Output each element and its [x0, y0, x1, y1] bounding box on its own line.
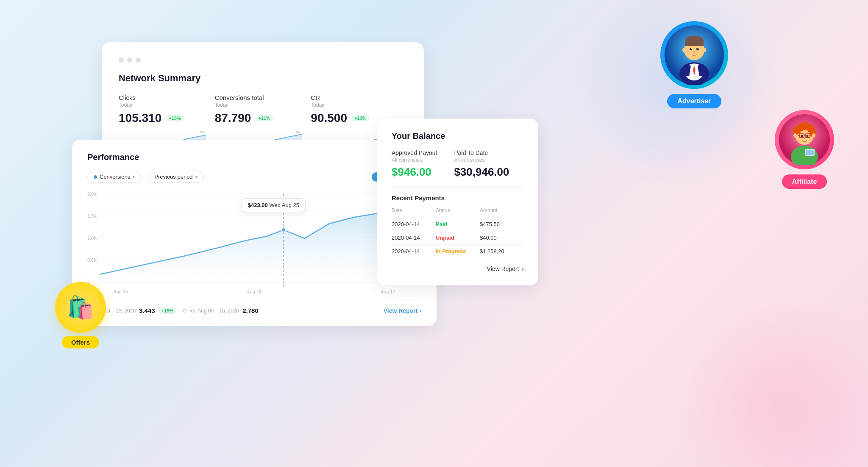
col-header-status: Status [436, 207, 480, 213]
approved-sub: All currencies [392, 157, 437, 163]
svg-text:2.0K: 2.0K [87, 191, 97, 196]
svg-text:Aug 15: Aug 15 [114, 289, 128, 294]
svg-point-34 [696, 48, 699, 50]
paid-sub: All currencies [454, 157, 509, 163]
svg-text:5K: 5K [200, 130, 204, 134]
offers-label: Offers [62, 336, 99, 348]
balance-card: Your Balance Approved Payout All currenc… [377, 119, 538, 285]
approved-payout-col: Approved Payout All currencies $946.00 [392, 149, 437, 179]
footer-prev-period: vs. Aug 09 – 15, 2020 [190, 308, 239, 314]
chart-footer: Aug 16 – 23, 2020 3.443 +15% vs. Aug 09 … [87, 301, 421, 314]
paid-label: Paid To Date [454, 149, 509, 156]
svg-point-33 [690, 48, 692, 50]
affiliate-avatar-section: Affiliate [775, 110, 834, 189]
svg-point-55 [801, 135, 803, 137]
advertiser-label: Advertiser [667, 94, 721, 108]
tooltip-amount: $423.00 [248, 202, 268, 208]
metric-conversions-badge: +11% [255, 115, 273, 122]
metric-cr-value: 90.500 [311, 111, 347, 125]
svg-rect-32 [685, 41, 704, 46]
svg-text:1.0K: 1.0K [87, 235, 97, 240]
metric-cr-sub: Today [311, 102, 398, 108]
balance-divider [392, 187, 524, 188]
footer-stat-prev: vs. Aug 09 – 15, 2020 2.780 [183, 307, 259, 314]
filter-previous-period-pill[interactable]: Previous period ▾ [148, 171, 203, 183]
chevron-right-icon: › [419, 307, 421, 314]
window-dot-2 [127, 58, 132, 63]
view-report-link[interactable]: View Report › [384, 307, 421, 314]
payment-date-2: 2020-04-14 [392, 235, 436, 241]
chevron-right-icon-balance: › [522, 265, 524, 273]
footer-prev-dot [183, 309, 186, 312]
metric-conversions-label: Conversions total [215, 94, 303, 101]
recent-payments-title: Recent Payments [392, 194, 524, 202]
payment-amount-3: $1 258.20 [480, 248, 524, 254]
svg-point-20 [281, 228, 286, 232]
view-report-text-balance: View Report [487, 265, 519, 272]
glow-pink-decoration [677, 298, 868, 467]
chevron-down-icon: ▾ [133, 174, 135, 179]
paid-amount: $30,946.00 [454, 166, 509, 179]
chart-tooltip: $423.00 Wed Aug 25 [242, 198, 306, 212]
affiliate-avatar-circle [775, 110, 834, 169]
conversions-dot [94, 175, 97, 179]
metric-clicks-sub: Today [119, 102, 206, 108]
balance-amounts-row: Approved Payout All currencies $946.00 P… [392, 149, 524, 179]
svg-rect-43 [806, 150, 814, 155]
svg-point-36 [698, 48, 698, 49]
offers-icon: 🛍️ [67, 295, 95, 321]
payment-date-3: 2020-04-14 [392, 248, 436, 254]
view-report-row[interactable]: View Report › [392, 265, 524, 273]
payments-table-header: Date Status Amount [392, 207, 524, 213]
network-title: Network Summary [119, 73, 407, 84]
svg-text:0.5K: 0.5K [87, 257, 97, 263]
payment-row-2: 2020-04-14 Unpaid $40.00 [392, 231, 524, 245]
offers-circle: 🛍️ [55, 282, 106, 333]
payment-row-3: 2020-04-14 In Progress $1 258.20 [392, 245, 524, 258]
svg-text:Aug 17: Aug 17 [381, 289, 395, 294]
svg-text:1.5K: 1.5K [87, 213, 97, 218]
approved-label: Approved Payout [392, 149, 437, 156]
svg-point-39 [703, 48, 706, 52]
approved-amount: $946.00 [392, 166, 437, 179]
affiliate-svg [779, 114, 830, 165]
metric-clicks-label: Clicks [119, 94, 206, 101]
payment-status-2: Unpaid [436, 235, 480, 241]
chevron-down-icon-2: ▾ [195, 174, 198, 179]
footer-prev-value: 2.780 [242, 307, 259, 314]
performance-chart-area: $423.00 Wed Aug 25 2.0K 1.5K 1.0K 0.5K 0 [87, 190, 421, 296]
metric-clicks-value: 105.310 [119, 111, 161, 125]
paid-to-date-col: Paid To Date All currencies $30,946.00 [454, 149, 509, 179]
footer-current-value: 3.443 [139, 307, 155, 314]
affiliate-label: Affiliate [782, 174, 827, 189]
metric-clicks-value-row: 105.310 +15% [119, 111, 206, 125]
svg-text:Aug 16: Aug 16 [247, 289, 262, 294]
window-dot-1 [119, 58, 124, 63]
payment-date-1: 2020-04-14 [392, 221, 436, 227]
advertiser-svg [665, 25, 724, 85]
metric-conversions-sub: Today [215, 102, 303, 108]
payment-status-3: In Progress [436, 248, 480, 254]
svg-point-58 [793, 133, 797, 138]
col-header-amount: Amount [480, 207, 524, 213]
filter-conversions-pill[interactable]: Conversions ▾ [87, 171, 141, 183]
footer-current-badge: +15% [159, 307, 176, 314]
window-controls [119, 58, 407, 63]
metric-conversions-value-row: 87.790 +11% [215, 111, 303, 125]
payment-amount-2: $40.00 [480, 235, 524, 241]
advertiser-avatar-circle [660, 21, 728, 89]
advertiser-avatar-section: Advertiser [660, 21, 728, 108]
performance-header: Performance ··· [87, 152, 421, 162]
svg-text:5K: 5K [296, 130, 300, 134]
svg-point-38 [682, 48, 686, 52]
col-header-date: Date [392, 207, 436, 213]
view-report-text: View Report [384, 307, 418, 314]
metric-cr-label: CR [311, 94, 398, 101]
svg-point-37 [693, 51, 696, 53]
offers-bubble: 🛍️ Offers [55, 282, 106, 348]
payment-amount-1: $475.50 [480, 221, 524, 227]
svg-point-35 [691, 48, 692, 49]
metric-cr-badge: +13% [351, 115, 369, 122]
filter-row: Conversions ▾ Previous period ▾ Cumulati… [87, 171, 421, 183]
svg-point-59 [812, 133, 815, 138]
